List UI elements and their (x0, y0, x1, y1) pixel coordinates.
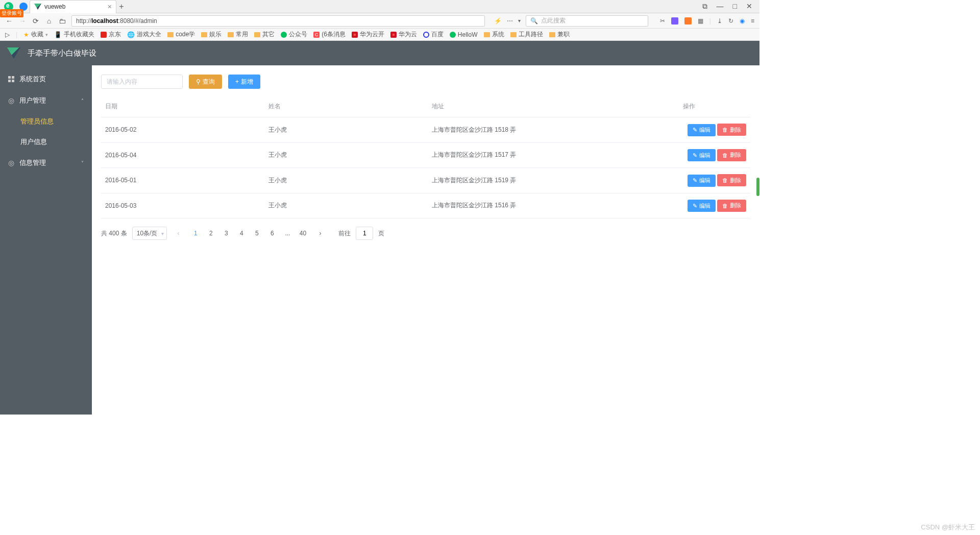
page-number[interactable]: 5 (251, 227, 263, 240)
sidebar-sub-user-info[interactable]: 用户信息 (0, 132, 92, 152)
bookmark-item[interactable]: 兼职 (549, 30, 570, 39)
forward-icon[interactable]: → (18, 17, 27, 25)
page-size-select[interactable]: 10条/页 (132, 227, 167, 240)
delete-button[interactable]: 🗑 删除 (717, 124, 746, 136)
search-icon: 🔍 (530, 17, 538, 25)
bookmark-item[interactable]: 工具路径 (510, 30, 543, 39)
bookmark-label: 系统 (492, 30, 504, 39)
trash-icon: 🗑 (722, 152, 728, 158)
trash-icon: 🗑 (722, 177, 728, 183)
new-tab-button[interactable]: + (116, 2, 127, 11)
bookmark-item[interactable]: 其它 (254, 30, 275, 39)
sidebar-item-home[interactable]: 系统首页 (0, 68, 92, 90)
bookmarks-label[interactable]: ★ 收藏 ▾ (23, 30, 48, 39)
close-icon[interactable]: × (108, 3, 112, 11)
menu-icon[interactable]: ≡ (751, 17, 754, 25)
bookmark-item[interactable]: 常用 (228, 30, 248, 39)
add-button[interactable]: + 新增 (228, 75, 260, 89)
delete-button[interactable]: 🗑 删除 (717, 200, 746, 212)
sidebar-item-info-mgmt[interactable]: ◎ 信息管理 ˅ (0, 152, 92, 174)
bookmark-item[interactable]: 华为云 (390, 30, 417, 39)
search-input[interactable]: 🔍 点此搜索 (526, 15, 648, 27)
page-number[interactable]: 40 (297, 227, 309, 240)
total-text: 共 400 条 (101, 229, 127, 238)
window-extra-icon[interactable]: ⧉ (702, 2, 707, 11)
query-button[interactable]: ⚲ 查询 (189, 75, 222, 89)
download-icon[interactable]: ⤓ (717, 17, 722, 25)
home-icon[interactable]: ⌂ (45, 17, 53, 25)
login-badge: 登录账号 (0, 9, 23, 17)
url-path: :8080/#/admin (118, 17, 157, 25)
sidebar-sub-admin-info[interactable]: 管理员信息 (0, 111, 92, 132)
delete-button[interactable]: 🗑 删除 (717, 149, 746, 161)
edit-button[interactable]: ✎ 编辑 (688, 124, 716, 136)
edit-button[interactable]: ✎ 编辑 (688, 175, 716, 187)
edit-button[interactable]: ✎ 编辑 (688, 200, 716, 212)
history-icon[interactable]: ↻ (728, 17, 733, 25)
window-maximize-icon[interactable]: □ (733, 2, 737, 11)
page-number[interactable]: 3 (220, 227, 232, 240)
trash-icon: 🗑 (722, 127, 728, 133)
bookmark-item[interactable]: 娱乐 (201, 30, 222, 39)
cell-date: 2016-05-01 (101, 168, 264, 193)
vue-icon (34, 4, 41, 10)
window-close-icon[interactable]: ✕ (746, 2, 752, 11)
scissors-icon[interactable]: ✂ (660, 17, 665, 25)
location-icon: ◎ (8, 96, 14, 105)
window-minimize-icon[interactable]: — (717, 2, 724, 11)
bookmark-item[interactable]: 公众号 (281, 30, 307, 39)
flash-icon[interactable]: ⚡ (494, 17, 502, 25)
prev-page-button[interactable]: ‹ (172, 227, 184, 240)
next-page-button[interactable]: › (314, 227, 326, 240)
globe-icon[interactable]: ◉ (740, 17, 745, 25)
edit-icon: ✎ (693, 203, 697, 209)
back-icon[interactable]: ← (5, 17, 13, 25)
bookmark-item[interactable]: 🌐游戏大全 (127, 30, 161, 39)
lock-icon[interactable]: 🗀 (58, 17, 66, 25)
page-number: ... (281, 227, 293, 240)
sidebar-toggle-icon[interactable]: ▷ (5, 31, 10, 38)
ext-icon-1[interactable] (671, 17, 678, 25)
edit-button[interactable]: ✎ 编辑 (688, 149, 716, 161)
browser-tab-bar: vueweb × + ⧉ — □ ✕ (0, 0, 760, 13)
bookmark-item[interactable]: C(6条消息 (313, 30, 346, 39)
chevron-down-icon: ˅ (81, 160, 84, 166)
bookmark-item[interactable]: 华为云开 (352, 30, 384, 39)
more-icon[interactable]: ⋯ (507, 17, 513, 25)
page-number[interactable]: 4 (235, 227, 248, 240)
bookmark-item[interactable]: 京东 (101, 30, 121, 39)
goto-page-input[interactable] (356, 227, 373, 240)
bookmark-label: 兼职 (557, 30, 570, 39)
chevron-down-icon[interactable]: ▾ (518, 18, 521, 23)
cell-address: 上海市普陀区金沙江路 1516 弄 (428, 193, 679, 218)
refresh-icon[interactable]: ⟳ (32, 17, 40, 25)
cell-date: 2016-05-04 (101, 142, 264, 168)
ext-icon-2[interactable] (684, 17, 692, 25)
bookmark-item[interactable]: 百度 (423, 30, 444, 39)
cell-name: 王小虎 (264, 117, 428, 143)
bookmark-label: (6条消息 (322, 30, 346, 39)
url-input[interactable]: http://localhost:8080/#/admin (71, 15, 485, 27)
chevron-up-icon: ˄ (81, 98, 84, 104)
cell-address: 上海市普陀区金沙江路 1517 弄 (428, 142, 679, 168)
plus-icon: + (235, 78, 239, 85)
toolbar: ⚲ 查询 + 新增 (101, 75, 750, 89)
bookmark-label: 游戏大全 (137, 30, 161, 39)
page-number[interactable]: 2 (205, 227, 217, 240)
pagination: 共 400 条 10条/页 ‹ 123456...40 › 前往 页 (101, 218, 750, 248)
browser-tab[interactable]: vueweb × (30, 0, 116, 13)
page-number[interactable]: 1 (189, 227, 202, 240)
col-address: 地址 (428, 96, 679, 117)
bookmark-item[interactable]: HelloW (450, 30, 478, 39)
bookmark-label: 华为云开 (360, 30, 384, 39)
bookmark-item[interactable]: 📱手机收藏夹 (54, 30, 94, 39)
bookmark-item[interactable]: code学 (167, 30, 195, 39)
delete-button[interactable]: 🗑 删除 (717, 174, 746, 186)
page-number[interactable]: 6 (266, 227, 278, 240)
bookmark-item[interactable]: 系统 (484, 30, 504, 39)
bookmark-label: 百度 (431, 30, 444, 39)
sidebar-item-user-mgmt[interactable]: ◎ 用户管理 ˄ (0, 90, 92, 111)
grid-icon[interactable]: ▦ (698, 17, 703, 25)
scrollbar-indicator[interactable] (756, 178, 760, 196)
search-input[interactable] (101, 75, 183, 89)
